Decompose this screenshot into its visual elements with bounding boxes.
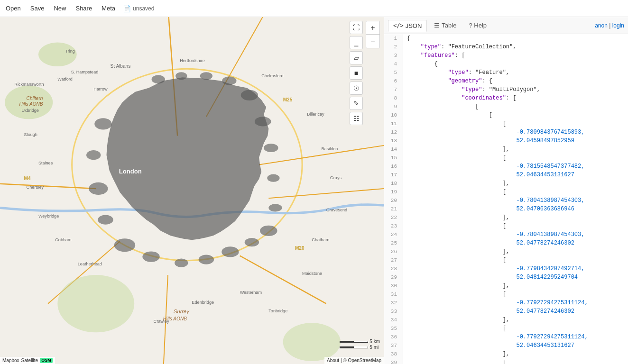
line-number: 5 (384, 68, 403, 77)
code-icon: </> (393, 22, 404, 29)
line-content: -0.7798434207492714, (403, 264, 584, 273)
json-line: 28 -0.7798434207492714, (384, 264, 628, 273)
line-content: [ (403, 358, 506, 364)
line-number: 9 (384, 102, 403, 111)
line-content: -0.7804138987454303, (403, 230, 584, 239)
line-content: -0.7804138987454303, (403, 196, 584, 205)
login-link[interactable]: login (612, 22, 624, 29)
line-number: 3 (384, 51, 403, 60)
toolbar: Open Save New Share Meta 📄 unsaved (0, 0, 628, 17)
svg-text:Westerham: Westerham (240, 290, 262, 295)
draw-line-button[interactable]: ⎯ (350, 36, 363, 49)
tab-table-label: Table (442, 22, 456, 29)
svg-text:Surrey: Surrey (174, 309, 190, 314)
json-line: 5 "type": "Feature", (384, 68, 628, 77)
json-editor[interactable]: 1{2 "type": "FeatureCollection",3 "featu… (384, 34, 628, 364)
zoom-out-button[interactable]: − (366, 35, 379, 48)
satellite-label: Satellite (21, 358, 38, 363)
main-content: Surrey Hills AONB Chiltern Hills AONB Lo… (0, 17, 628, 364)
svg-text:Edenbridge: Edenbridge (192, 300, 214, 305)
json-line: 20 -0.7804138987454303, (384, 196, 628, 205)
line-number: 28 (384, 264, 403, 273)
anon-link[interactable]: anon (595, 22, 608, 29)
line-content: -0.7815548547377482, (403, 162, 584, 171)
file-icon: 📄 (123, 5, 131, 12)
svg-text:M20: M20 (295, 246, 305, 251)
json-line: 18 ], (384, 179, 628, 188)
line-number: 15 (384, 154, 403, 162)
svg-point-33 (152, 75, 165, 83)
svg-text:Weybridge: Weybridge (38, 214, 59, 218)
json-line: 11 [ (384, 119, 628, 128)
svg-text:Hertfordshire: Hertfordshire (180, 58, 205, 63)
line-number: 35 (384, 324, 403, 333)
edit-button[interactable]: ✎ (350, 97, 363, 110)
json-line: 2 "type": "FeatureCollection", (384, 43, 628, 51)
svg-point-16 (89, 182, 108, 195)
line-content: 52.04634453131627 (403, 171, 574, 179)
line-content: [ (403, 324, 506, 333)
line-number: 29 (384, 273, 403, 282)
map-zoom-controls: + − (366, 21, 380, 48)
line-content: -0.7809843767415893, (403, 128, 584, 136)
line-content: 52.048142295249704 (403, 273, 578, 282)
layers-button[interactable]: ☷ (350, 112, 363, 125)
new-button[interactable]: New (52, 4, 68, 13)
line-number: 16 (384, 162, 403, 171)
line-number: 4 (384, 60, 403, 68)
json-line: 15 [ (384, 154, 628, 162)
json-line: 1{ (384, 34, 628, 43)
json-line: 19 [ (384, 188, 628, 196)
svg-point-28 (255, 117, 271, 126)
json-line: 35 [ (384, 324, 628, 333)
line-content: [ (403, 154, 506, 162)
save-button[interactable]: Save (28, 4, 46, 13)
svg-text:Chiltern: Chiltern (27, 96, 43, 101)
line-content: ], (403, 247, 509, 256)
line-number: 31 (384, 290, 403, 299)
share-button[interactable]: Share (74, 4, 94, 13)
svg-text:Staines: Staines (38, 161, 53, 165)
svg-point-26 (267, 174, 279, 182)
svg-point-24 (260, 226, 277, 236)
json-line: 10 [ (384, 111, 628, 119)
json-line: 13 52.04598497852959 (384, 136, 628, 145)
svg-point-30 (222, 76, 236, 85)
open-button[interactable]: Open (4, 4, 23, 13)
scale-mi: 5 mi (340, 345, 380, 350)
line-content: "features": [ (403, 51, 465, 60)
json-line: 26 ], (384, 247, 628, 256)
svg-text:St Albans: St Albans (111, 64, 131, 69)
map-area[interactable]: Surrey Hills AONB Chiltern Hills AONB Lo… (0, 17, 384, 364)
location-button[interactable]: ☉ (350, 82, 363, 95)
tab-json[interactable]: </> JSON (388, 20, 427, 32)
json-line: 21 52.04706363686946 (384, 205, 628, 213)
svg-text:Billericay: Billericay (307, 112, 324, 117)
tab-help[interactable]: ? Help (463, 19, 492, 31)
map-svg: Surrey Hills AONB Chiltern Hills AONB Lo… (0, 17, 384, 364)
json-line: 3 "features": [ (384, 51, 628, 60)
svg-point-22 (222, 246, 239, 257)
line-number: 21 (384, 205, 403, 213)
draw-point-button[interactable]: ■ (350, 66, 363, 80)
line-content: [ (403, 119, 506, 128)
svg-text:M25: M25 (283, 97, 293, 102)
draw-polygon-button[interactable]: ▱ (350, 51, 363, 64)
line-number: 12 (384, 128, 403, 136)
line-content: ], (403, 282, 509, 290)
fullscreen-button[interactable]: ⛶ (350, 21, 363, 34)
line-number: 26 (384, 247, 403, 256)
svg-text:Rickmansworth: Rickmansworth (14, 82, 44, 87)
line-content: [ (403, 256, 506, 264)
svg-point-15 (86, 150, 101, 160)
svg-point-23 (245, 238, 259, 246)
zoom-in-button[interactable]: + (366, 21, 379, 35)
svg-text:Tonbridge: Tonbridge (268, 309, 287, 313)
json-line: 14 ], (384, 145, 628, 154)
line-number: 36 (384, 333, 403, 341)
tab-table[interactable]: ☰ Table (429, 19, 462, 31)
json-line: 16 -0.7815548547377482, (384, 162, 628, 171)
json-line: 37 52.04634453131627 (384, 341, 628, 350)
svg-text:Crawley: Crawley (154, 319, 169, 324)
meta-button[interactable]: Meta (100, 4, 117, 13)
